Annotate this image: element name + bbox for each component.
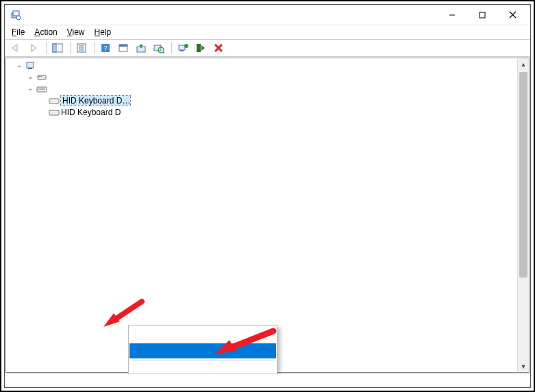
svg-line-20 bbox=[163, 52, 164, 53]
expand-icon[interactable]: ⌄ bbox=[25, 72, 35, 82]
svg-rect-29 bbox=[38, 75, 46, 79]
device-manager-window: File Action View Help ? bbox=[4, 4, 531, 388]
svg-rect-8 bbox=[53, 44, 56, 52]
toolbar-uninstall-button[interactable] bbox=[210, 40, 227, 56]
svg-rect-21 bbox=[179, 45, 185, 50]
svg-point-23 bbox=[184, 44, 188, 48]
content-area: ⌄ ⌄ bbox=[5, 57, 530, 373]
svg-rect-27 bbox=[27, 62, 34, 68]
svg-point-2 bbox=[16, 16, 21, 20]
svg-rect-1 bbox=[13, 11, 19, 16]
statusbar bbox=[5, 373, 530, 387]
tree-item-keyboards[interactable]: ⌄ bbox=[9, 83, 529, 95]
svg-rect-16 bbox=[119, 45, 127, 47]
svg-text:?: ? bbox=[104, 44, 108, 52]
svg-rect-4 bbox=[480, 12, 485, 18]
svg-rect-28 bbox=[28, 68, 32, 69]
menu-action[interactable]: Action bbox=[30, 27, 61, 38]
svg-rect-22 bbox=[180, 50, 184, 51]
toolbar-show-hide-tree-button[interactable] bbox=[49, 40, 66, 56]
close-button[interactable] bbox=[497, 5, 527, 25]
scroll-down-icon[interactable]: ▼ bbox=[518, 360, 529, 372]
keyboard-icon bbox=[36, 84, 47, 95]
menubar: File Action View Help bbox=[5, 25, 530, 39]
tree-item-hid[interactable]: ⌄ bbox=[9, 71, 529, 83]
toolbar-forward-button[interactable] bbox=[25, 40, 42, 56]
ctx-uninstall-device[interactable] bbox=[129, 343, 276, 358]
keyboard-icon bbox=[49, 107, 60, 118]
maximize-button[interactable] bbox=[467, 5, 497, 25]
tree-leaf-keyboard[interactable]: HID Keyboard D bbox=[9, 106, 529, 118]
tree-leaf-keyboard-selected[interactable]: HID Keyboard D… bbox=[9, 95, 529, 106]
ctx-scan-hardware[interactable] bbox=[129, 363, 276, 373]
toolbar-scan-button[interactable] bbox=[151, 40, 167, 56]
tree-root[interactable]: ⌄ bbox=[9, 60, 529, 71]
toolbar-action-button[interactable] bbox=[115, 40, 132, 56]
toolbar-back-button[interactable] bbox=[8, 40, 24, 56]
expand-icon[interactable]: ⌄ bbox=[25, 84, 35, 93]
keyboard-icon bbox=[49, 95, 60, 106]
svg-rect-34 bbox=[49, 99, 59, 103]
svg-rect-35 bbox=[49, 110, 59, 115]
app-icon bbox=[10, 10, 21, 21]
ctx-update-driver[interactable] bbox=[129, 328, 276, 343]
menu-help[interactable]: Help bbox=[90, 27, 116, 38]
svg-rect-24 bbox=[197, 44, 201, 52]
toolbar-help-button[interactable]: ? bbox=[97, 40, 114, 56]
context-menu bbox=[128, 325, 277, 373]
titlebar bbox=[5, 5, 530, 25]
svg-rect-30 bbox=[38, 76, 40, 77]
minimize-button[interactable] bbox=[437, 5, 467, 25]
menu-view[interactable]: View bbox=[63, 27, 89, 38]
toolbar: ? bbox=[5, 39, 530, 57]
scroll-thumb[interactable] bbox=[519, 72, 527, 278]
toolbar-update-driver-button[interactable] bbox=[133, 40, 149, 56]
hid-icon bbox=[36, 72, 47, 83]
svg-rect-31 bbox=[40, 76, 42, 77]
toolbar-add-legacy-button[interactable] bbox=[175, 40, 191, 56]
toolbar-properties-button[interactable] bbox=[73, 40, 90, 56]
expand-icon[interactable]: ⌄ bbox=[14, 60, 24, 70]
toolbar-disable-button[interactable] bbox=[192, 40, 209, 56]
computer-icon bbox=[25, 60, 36, 71]
scroll-up-icon[interactable]: ▲ bbox=[518, 58, 529, 70]
vertical-scrollbar[interactable]: ▲ ▼ bbox=[517, 58, 529, 372]
menu-file[interactable]: File bbox=[8, 27, 29, 38]
